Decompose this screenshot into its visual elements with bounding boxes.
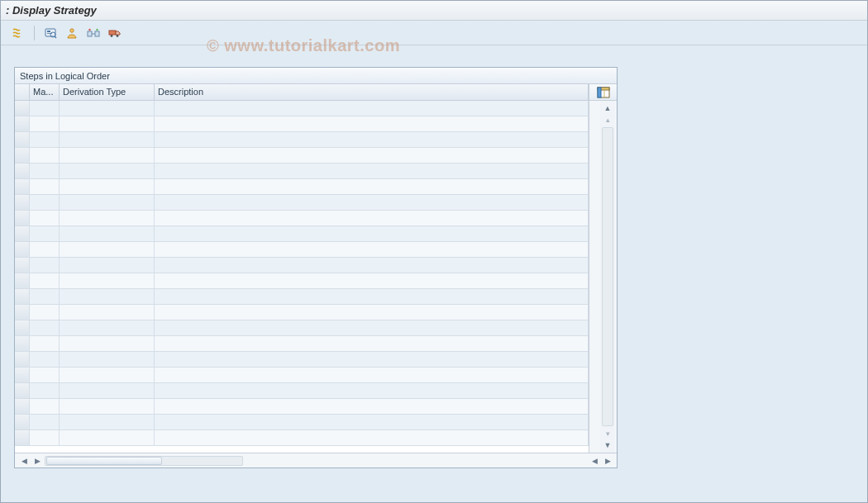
- table-row[interactable]: [15, 179, 589, 195]
- cell-ma[interactable]: [30, 211, 60, 225]
- row-selector[interactable]: [15, 101, 30, 116]
- cell-ma[interactable]: [30, 320, 60, 335]
- cell-derivation-type[interactable]: [60, 430, 155, 445]
- cell-derivation-type[interactable]: [60, 273, 155, 288]
- cell-derivation-type[interactable]: [60, 336, 155, 351]
- cell-ma[interactable]: [30, 132, 60, 147]
- cell-description[interactable]: [155, 242, 589, 257]
- cell-derivation-type[interactable]: [60, 368, 155, 382]
- row-selector[interactable]: [15, 352, 30, 367]
- scroll-last-icon[interactable]: ▶: [602, 455, 613, 467]
- row-selector[interactable]: [15, 179, 30, 194]
- cell-description[interactable]: [155, 368, 589, 382]
- table-row[interactable]: [15, 399, 589, 415]
- cell-ma[interactable]: [30, 383, 60, 398]
- cell-description[interactable]: [155, 383, 589, 398]
- row-selector[interactable]: [15, 273, 30, 288]
- user-icon[interactable]: [63, 24, 81, 42]
- cell-description[interactable]: [155, 352, 589, 367]
- table-row[interactable]: [15, 211, 589, 226]
- trace-icon[interactable]: [84, 24, 103, 42]
- cell-derivation-type[interactable]: [60, 320, 155, 335]
- cell-description[interactable]: [155, 289, 589, 304]
- cell-ma[interactable]: [30, 101, 60, 116]
- cell-ma[interactable]: [30, 148, 60, 163]
- cell-description[interactable]: [155, 336, 589, 351]
- table-row[interactable]: [15, 258, 589, 273]
- scroll-right-icon[interactable]: ◀: [589, 455, 600, 467]
- cell-derivation-type[interactable]: [60, 352, 155, 367]
- cell-ma[interactable]: [30, 352, 60, 367]
- row-selector[interactable]: [15, 164, 30, 178]
- cell-description[interactable]: [155, 399, 589, 414]
- cell-ma[interactable]: [30, 305, 60, 320]
- scroll-left-icon[interactable]: ▶: [31, 455, 43, 467]
- scroll-down-icon[interactable]: ▼: [602, 439, 613, 451]
- cell-description[interactable]: [155, 211, 589, 225]
- cell-ma[interactable]: [30, 242, 60, 257]
- row-selector[interactable]: [15, 399, 30, 414]
- cell-description[interactable]: [155, 305, 589, 320]
- row-selector[interactable]: [15, 195, 30, 210]
- cell-derivation-type[interactable]: [60, 399, 155, 414]
- cell-derivation-type[interactable]: [60, 305, 155, 320]
- row-selector[interactable]: [15, 415, 30, 429]
- cell-description[interactable]: [155, 101, 589, 116]
- cell-ma[interactable]: [30, 289, 60, 304]
- table-row[interactable]: [15, 164, 589, 179]
- row-selector[interactable]: [15, 383, 30, 398]
- table-settings-button[interactable]: [589, 84, 617, 101]
- hscroll-track-left[interactable]: [45, 456, 243, 466]
- table-row[interactable]: [15, 368, 589, 383]
- table-row[interactable]: [15, 148, 589, 164]
- cell-derivation-type[interactable]: [60, 289, 155, 304]
- cell-description[interactable]: [155, 273, 589, 288]
- cell-description[interactable]: [155, 132, 589, 147]
- cell-description[interactable]: [155, 195, 589, 210]
- row-selector[interactable]: [15, 430, 30, 445]
- horizontal-scrollbar[interactable]: ◀ ▶ ◀ ▶: [15, 453, 617, 467]
- cell-ma[interactable]: [30, 399, 60, 414]
- cell-derivation-type[interactable]: [60, 116, 155, 131]
- vscroll-track[interactable]: [602, 127, 613, 426]
- cell-ma[interactable]: [30, 273, 60, 288]
- cell-description[interactable]: [155, 430, 589, 445]
- cell-derivation-type[interactable]: [60, 132, 155, 147]
- table-row[interactable]: [15, 226, 589, 242]
- table-row[interactable]: [15, 195, 589, 211]
- table-row[interactable]: [15, 320, 589, 336]
- row-selector[interactable]: [15, 368, 30, 382]
- table-row[interactable]: [15, 289, 589, 305]
- cell-ma[interactable]: [30, 430, 60, 445]
- cell-description[interactable]: [155, 320, 589, 335]
- row-selector[interactable]: [15, 116, 30, 131]
- cell-derivation-type[interactable]: [60, 195, 155, 210]
- cell-derivation-type[interactable]: [60, 101, 155, 116]
- table-row[interactable]: [15, 305, 589, 320]
- cell-derivation-type[interactable]: [60, 415, 155, 429]
- cell-ma[interactable]: [30, 226, 60, 241]
- cell-derivation-type[interactable]: [60, 242, 155, 257]
- scroll-up-step-icon[interactable]: ▴: [602, 114, 613, 126]
- table-row[interactable]: [15, 101, 589, 116]
- column-description[interactable]: Description: [155, 84, 589, 100]
- table-row[interactable]: [15, 336, 589, 352]
- overview-icon[interactable]: [41, 24, 60, 42]
- table-row[interactable]: [15, 242, 589, 258]
- row-selector[interactable]: [15, 226, 30, 241]
- cell-derivation-type[interactable]: [60, 383, 155, 398]
- table-row[interactable]: [15, 352, 589, 368]
- cell-derivation-type[interactable]: [60, 148, 155, 163]
- cell-ma[interactable]: [30, 164, 60, 178]
- row-selector[interactable]: [15, 305, 30, 320]
- truck-icon[interactable]: [106, 24, 124, 42]
- column-derivation-type[interactable]: Derivation Type: [60, 84, 155, 100]
- cell-description[interactable]: [155, 164, 589, 178]
- scroll-first-icon[interactable]: ◀: [18, 455, 30, 467]
- cell-derivation-type[interactable]: [60, 226, 155, 241]
- row-selector[interactable]: [15, 211, 30, 225]
- cell-description[interactable]: [155, 116, 589, 131]
- cell-description[interactable]: [155, 179, 589, 194]
- row-selector[interactable]: [15, 132, 30, 147]
- row-selector[interactable]: [15, 289, 30, 304]
